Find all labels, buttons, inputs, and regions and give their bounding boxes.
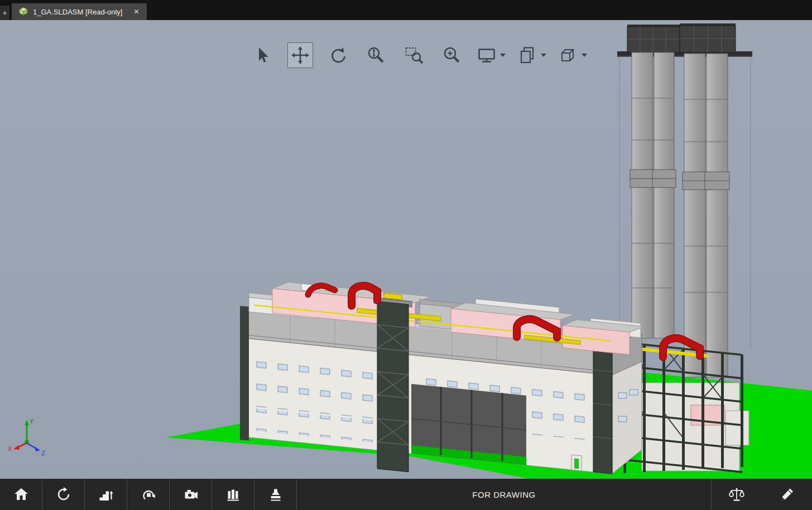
model-scene[interactable]: Y X Z	[0, 20, 812, 479]
tab-close-icon[interactable]: ✕	[132, 8, 140, 16]
tab-bar: + 1_GA.SLDASM [Read-only] ✕	[0, 0, 812, 20]
drawing-views-dropdown-caret[interactable]	[541, 54, 546, 57]
stamp-icon	[267, 486, 284, 503]
display-style-button[interactable]	[477, 46, 506, 65]
zoom-in-icon	[443, 46, 462, 65]
select-arrow-icon	[253, 46, 272, 65]
pencil-icon	[779, 486, 795, 503]
home-button[interactable]	[0, 479, 42, 510]
zoom-in-button[interactable]	[439, 42, 465, 68]
pan-icon	[291, 46, 310, 65]
display-style-dropdown-caret[interactable]	[500, 54, 506, 57]
zoom-fit-button[interactable]	[363, 42, 389, 68]
cube-icon	[559, 46, 578, 65]
rotate-tool-button[interactable]	[325, 42, 351, 68]
building-front	[240, 275, 644, 479]
orientation-dropdown-caret[interactable]	[582, 54, 587, 57]
drawing-views-button[interactable]	[518, 46, 546, 65]
3d-views-button[interactable]	[85, 479, 127, 510]
center-truss-tower	[374, 292, 412, 472]
camera-icon	[182, 486, 199, 503]
assembly-icon	[18, 6, 28, 18]
z-axis-arrow	[35, 446, 40, 451]
bottom-right-tools	[711, 479, 812, 510]
reset-button[interactable]	[42, 479, 85, 510]
viewport[interactable]: Y X Z	[0, 20, 812, 479]
y-axis-label: Y	[30, 418, 34, 425]
z-axis-label: Z	[41, 450, 45, 456]
zoom-area-icon	[405, 46, 424, 65]
chimney-cap-left	[627, 25, 680, 52]
x-axis-label: X	[8, 445, 12, 452]
monitor-icon	[477, 46, 496, 65]
chimney-flange-bands	[630, 170, 729, 190]
scale-icon	[728, 486, 745, 503]
corner-column-right	[593, 341, 612, 474]
rotate-view-button[interactable]	[127, 479, 170, 510]
select-tool-button[interactable]	[249, 42, 275, 68]
zoom-area-button[interactable]	[401, 42, 427, 68]
components-button[interactable]	[212, 479, 254, 510]
tab-title: 1_GA.SLDASM [Read-only]	[33, 8, 122, 16]
center-bay-opening	[411, 384, 526, 465]
stamp-button[interactable]	[254, 479, 297, 510]
steps-icon	[98, 486, 114, 503]
corner-column-left	[240, 306, 249, 441]
chimney-cap-right	[680, 23, 736, 52]
structure-icon	[225, 486, 242, 503]
measure-button[interactable]	[712, 479, 762, 510]
x-axis-arrow	[13, 445, 20, 450]
rotate-view-icon	[140, 486, 157, 503]
markup-button[interactable]	[762, 479, 812, 510]
pan-tool-button[interactable]	[287, 42, 313, 68]
y-axis-arrow	[25, 420, 29, 425]
animate-button[interactable]	[170, 479, 212, 510]
orientation-button[interactable]	[559, 46, 587, 65]
pages-icon	[518, 46, 537, 65]
new-tab-button[interactable]: +	[0, 6, 9, 20]
building-side-wall	[612, 334, 642, 474]
reset-icon	[55, 486, 72, 503]
bottom-toolbar: FOR DRAWING	[0, 479, 812, 510]
orientation-triad: Y X Z	[8, 418, 45, 456]
rotate-icon	[329, 46, 348, 65]
home-icon	[13, 486, 30, 503]
status-label: FOR DRAWING	[297, 479, 711, 510]
document-tab[interactable]: 1_GA.SLDASM [Read-only] ✕	[12, 3, 147, 20]
view-toolbar	[249, 42, 587, 68]
zoom-fit-icon	[367, 46, 386, 65]
